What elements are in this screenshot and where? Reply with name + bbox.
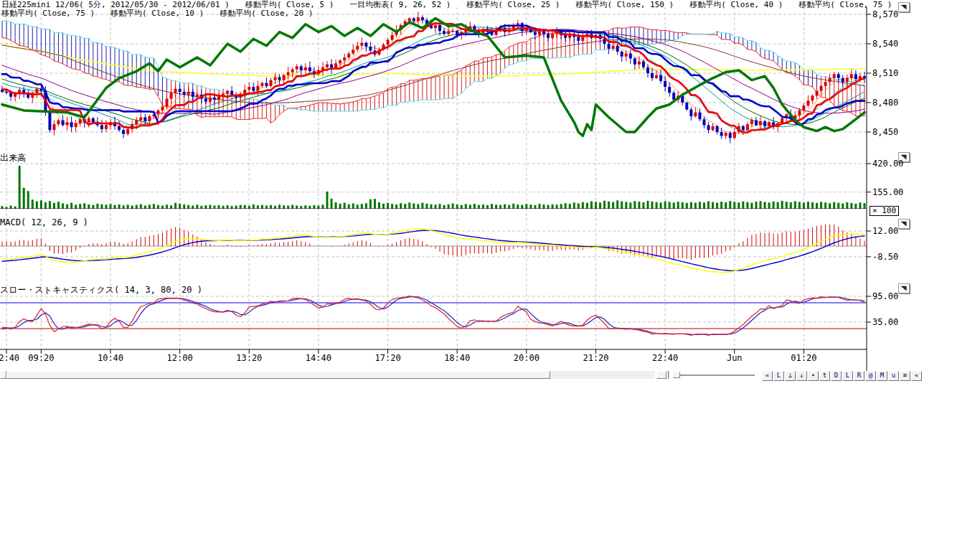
legend-item: 移動平均( Close, 75 ) <box>1 9 95 18</box>
macd-panel-dropdown-button[interactable] <box>898 219 910 229</box>
scrollbar-divider <box>668 371 669 379</box>
legend-item: 一目均衡表( 9, 26, 52 ) <box>349 0 451 9</box>
time-axis-label: 17:20 <box>374 353 400 363</box>
scrollbar-thumb[interactable] <box>6 371 550 379</box>
stoch-axis-label: 35.00 <box>872 317 898 327</box>
time-axis-label: 14:40 <box>306 353 331 363</box>
toolbar-button[interactable]: L <box>773 371 784 381</box>
scrollbar-left-button[interactable] <box>0 371 6 379</box>
stochastics-panel <box>0 296 867 336</box>
dropdown-triangle-icon <box>900 221 907 227</box>
legend-row-2: 移動平均( Close, 75 )移動平均( Close, 10 )移動平均( … <box>1 9 329 18</box>
price-axis-label: 8,540 <box>872 39 898 49</box>
macd-axis-label: 12.00 <box>872 226 898 236</box>
price-axis-label: 8,450 <box>872 127 898 137</box>
grid-lines <box>0 7 867 349</box>
time-axis-label: 13:20 <box>236 353 262 363</box>
legend-item: 移動平均( Close, 20 ) <box>220 9 313 18</box>
toolbar-button[interactable]: ↓ <box>796 371 807 381</box>
toolbar-button[interactable]: L <box>842 371 853 381</box>
legend-item: 移動平均( Close, 40 ) <box>689 0 783 9</box>
volume-axis-label: 155.00 <box>872 187 903 197</box>
toolbar-button[interactable]: ⊥ <box>785 371 796 381</box>
dropdown-triangle-icon <box>900 4 907 10</box>
price-axis-label: 8,480 <box>872 98 898 108</box>
stoch-axis-label: 95.00 <box>872 291 898 301</box>
time-axis-label: 10:40 <box>98 353 123 363</box>
toolbar-button[interactable]: u <box>888 371 899 381</box>
stoch-panel-dropdown-button[interactable] <box>898 283 910 293</box>
stoch-panel-title: スロー・ストキャスティクス( 14, 3, 80, 20 ) <box>0 284 202 296</box>
time-axis-label: 22:40 <box>652 353 678 363</box>
toolbar-button[interactable]: ≡ <box>900 371 910 381</box>
macd-panel <box>0 225 867 273</box>
tenkan-kijun-lines <box>2 23 864 132</box>
toolbar-button[interactable]: M <box>877 371 887 381</box>
time-axis-label: 02:40 <box>0 353 19 363</box>
toolbar-button[interactable]: D <box>831 371 842 381</box>
time-axis-label: Jun <box>727 353 743 363</box>
dropdown-triangle-icon <box>900 286 907 291</box>
zoom-slider-handle[interactable] <box>673 372 680 378</box>
legend-item: 移動平均( Close, 150 ) <box>575 0 674 9</box>
axes <box>0 7 871 371</box>
price-axis-label: 8,570 <box>872 9 898 19</box>
volume-axis-label: 420.00 <box>872 159 903 169</box>
time-axis-label: 01:20 <box>791 353 816 363</box>
volume-panel-title: 出来高 <box>0 152 26 164</box>
volume-bars <box>0 166 867 209</box>
legend-item: 移動平均( Close, 25 ) <box>466 0 560 9</box>
chart-window: 日経225mini 12/06( 5分, 2012/05/30 - 2012/0… <box>0 0 980 551</box>
macd-axis-label: -8.50 <box>872 252 898 262</box>
legend-item: 移動平均( Close, 10 ) <box>110 9 204 18</box>
toolbar-button[interactable]: « <box>911 371 922 381</box>
price-axis-label: 8,510 <box>872 68 898 78</box>
time-axis-label: 18:40 <box>444 353 470 363</box>
time-axis-label: 09:20 <box>28 353 54 363</box>
toolbar-button[interactable]: R <box>854 371 864 381</box>
time-axis-label: 12:00 <box>167 353 193 363</box>
chart-plot-area[interactable] <box>0 0 980 378</box>
legend-item: 移動平均( Close, 75 ) <box>798 0 892 9</box>
toolbar-button[interactable]: ∙ <box>808 371 819 381</box>
zoom-slider-track[interactable] <box>680 375 755 377</box>
toolbar-button[interactable]: « <box>762 371 773 381</box>
price-panel-dropdown-button[interactable] <box>898 2 910 12</box>
toolbar-button[interactable]: t <box>819 371 830 381</box>
toolbar-button[interactable]: @ <box>865 371 876 381</box>
macd-panel-title: MACD( 12, 26, 9 ) <box>0 217 88 227</box>
scrollbar-mini-button[interactable] <box>656 371 666 379</box>
time-axis-label: 21:20 <box>583 353 608 363</box>
time-axis-label: 20:00 <box>514 353 540 363</box>
volume-multiplier-box: × 100 <box>870 206 899 216</box>
